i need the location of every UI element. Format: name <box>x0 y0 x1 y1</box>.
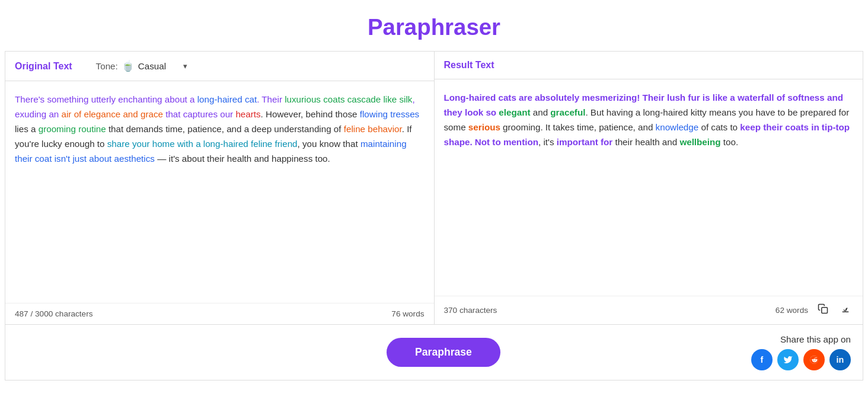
tone-dropdown-wrapper[interactable]: Casual Formal Creative Fluency Academic <box>138 61 187 71</box>
svg-rect-0 <box>822 308 828 314</box>
right-footer-actions: 62 words <box>776 302 853 318</box>
right-panel-footer: 370 characters 62 words <box>435 296 863 324</box>
char-count-right: 370 characters <box>444 306 497 315</box>
char-count-left: 487 / 3000 characters <box>15 309 93 318</box>
share-section: Share this app on f in <box>751 334 851 370</box>
left-panel-header: Original Text Tone: 🍵 Casual Formal Crea… <box>5 52 434 81</box>
result-text-body: Long-haired cats are absolutely mesmeriz… <box>435 79 863 296</box>
original-text-label: Original Text <box>15 61 72 72</box>
word-count-left: 76 words <box>391 309 424 318</box>
copy-button[interactable] <box>815 302 831 318</box>
paraphrase-button[interactable]: Paraphrase <box>387 338 500 367</box>
share-reddit-button[interactable] <box>803 349 825 370</box>
share-label: Share this app on <box>780 334 851 344</box>
download-button[interactable] <box>838 302 853 318</box>
share-facebook-button[interactable]: f <box>751 349 773 370</box>
panels: Original Text Tone: 🍵 Casual Formal Crea… <box>5 52 863 325</box>
right-panel-header: Result Text <box>435 52 863 79</box>
share-twitter-button[interactable] <box>777 349 799 370</box>
tone-icon: 🍵 <box>122 60 135 72</box>
main-container: Original Text Tone: 🍵 Casual Formal Crea… <box>5 51 863 380</box>
share-icons: f in <box>751 349 851 370</box>
tone-select[interactable]: Casual Formal Creative Fluency Academic <box>138 61 187 71</box>
bottom-bar: Paraphrase Share this app on f <box>5 325 863 380</box>
tone-section: Tone: 🍵 Casual Formal Creative Fluency A… <box>96 60 187 72</box>
left-panel: Original Text Tone: 🍵 Casual Formal Crea… <box>5 52 435 324</box>
original-text-body[interactable]: There's something utterly enchanting abo… <box>5 81 434 303</box>
right-panel: Result Text Long-haired cats are absolut… <box>435 52 863 324</box>
share-linkedin-button[interactable]: in <box>829 349 851 370</box>
word-count-right: 62 words <box>776 306 808 315</box>
page-title: Paraphraser <box>0 0 868 51</box>
tone-label: Tone: <box>96 61 118 71</box>
result-text-label: Result Text <box>444 60 494 71</box>
left-panel-footer: 487 / 3000 characters 76 words <box>5 303 434 324</box>
bottom-center: Paraphrase <box>136 338 751 367</box>
